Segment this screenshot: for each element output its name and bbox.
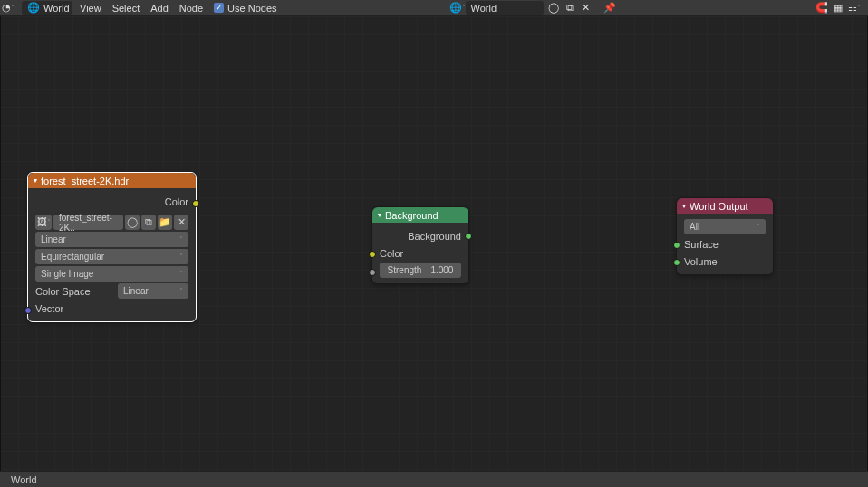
socket-input-volume[interactable] [673,259,680,266]
socket-input-surface[interactable] [673,242,680,249]
use-nodes-label: Use Nodes [227,3,276,14]
output-background-row: Background [380,228,461,244]
strength-slider[interactable]: Strength 1.000 [380,263,461,278]
left-gutter [0,16,5,487]
image-users-button[interactable]: ◯ [125,215,140,230]
output-color-label: Color [165,196,188,207]
input-color-label: Color [380,248,403,259]
world-icon: 🌐 [27,3,40,13]
strength-label: Strength [388,265,422,275]
output-target-dropdown[interactable]: All˅ [684,219,766,234]
strength-value: 1.000 [430,265,453,275]
output-target-label: All [690,222,699,232]
output-color-row: Color [35,194,188,209]
world-unlink-button[interactable]: ✕ [578,1,594,15]
snap-target-dropdown[interactable]: ▦ [830,1,846,15]
input-surface-row: Surface [684,236,766,252]
image-open-button[interactable]: 📁 [158,215,172,230]
menu-add[interactable]: Add [145,3,174,14]
node-title: World Output [690,201,748,212]
duplicate-icon: ⧉ [145,216,152,228]
interpolation-label: Linear [41,234,66,244]
node-title: Background [385,210,439,221]
input-volume-row: Volume [684,253,766,269]
image-icon: 🖼 [37,217,47,227]
colorspace-value: Linear [123,286,149,296]
magnet-icon: 🧲 [815,3,828,13]
right-gutter [863,16,868,487]
input-vector-row: Vector [35,301,188,316]
node-header[interactable]: ▾ World Output [677,198,773,214]
world-datablock-label: World [471,3,497,14]
socket-output-background[interactable] [465,233,472,240]
use-nodes-toggle[interactable]: Use Nodes [214,3,276,14]
menu-view[interactable]: View [74,3,107,14]
socket-input-color[interactable] [369,251,376,258]
colorspace-label: Color Space [35,286,112,297]
folder-icon: 📁 [159,216,171,228]
menu-node[interactable]: Node [174,3,208,14]
node-world-output[interactable]: ▾ World Output All˅ Surface Volume [676,197,774,275]
statusbar: World [0,471,868,487]
image-unlink-button[interactable]: ✕ [174,215,188,230]
statusbar-label: World [11,474,37,485]
header-bar: ◔˅ 🌐 World ˅ View Select Add Node Use No… [0,0,868,16]
editor-type-dropdown[interactable]: ◔˅ [0,1,16,15]
snap-button[interactable]: 🧲 [814,1,830,15]
input-surface-label: Surface [684,239,719,250]
shader-type-dropdown[interactable]: 🌐 World ˅ [22,1,72,15]
output-background-label: Background [408,231,461,242]
checkbox-checked-icon [214,3,224,13]
collapse-triangle-icon: ▾ [682,202,686,210]
close-icon: ✕ [178,216,186,228]
world-icon: 🌐 [449,3,462,13]
projection-dropdown[interactable]: Equirectangular˅ [35,249,188,264]
pin-icon: 📌 [603,3,616,13]
image-name-field[interactable]: forest_street-2K.. [53,215,123,230]
image-name-label: forest_street-2K.. [59,213,118,233]
input-color-row: Color [380,245,461,261]
socket-output-color[interactable] [192,200,199,207]
collapse-triangle-icon: ▾ [378,211,381,219]
image-new-button[interactable]: ⧉ [141,215,156,230]
projection-label: Equirectangular [41,252,104,262]
input-vector-label: Vector [35,303,63,314]
socket-input-strength[interactable] [369,269,376,276]
close-icon: ✕ [582,3,590,13]
node-header[interactable]: ▾ Background [372,207,468,223]
source-dropdown[interactable]: Single Image˅ [35,266,188,282]
colorspace-dropdown[interactable]: Linear˅ [118,283,188,299]
world-browse-dropdown[interactable]: 🌐˅ [449,1,466,15]
input-volume-label: Volume [684,256,718,267]
socket-input-vector[interactable] [24,307,32,314]
node-background[interactable]: ▾ Background Background Color Strength 1… [371,206,469,284]
world-users-button[interactable]: ◯ [545,1,562,15]
node-environment-texture[interactable]: ▾ forest_street-2K.hdr Color 🖼˅ forest_s… [27,172,197,322]
node-header[interactable]: ▾ forest_street-2K.hdr [28,173,196,188]
source-label: Single Image [41,269,93,279]
world-new-button[interactable]: ⧉ [562,1,578,15]
overlays-dropdown[interactable]: ⚏˅ [846,1,863,15]
collapse-triangle-icon: ▾ [34,177,37,185]
world-datablock-field[interactable]: World [466,1,544,15]
image-browse-dropdown[interactable]: 🖼˅ [35,215,52,230]
duplicate-icon: ⧉ [566,3,574,13]
menu-select[interactable]: Select [107,3,146,14]
pin-button[interactable]: 📌 [602,1,618,15]
interpolation-dropdown[interactable]: Linear˅ [35,232,188,247]
node-title: forest_street-2K.hdr [41,176,129,186]
